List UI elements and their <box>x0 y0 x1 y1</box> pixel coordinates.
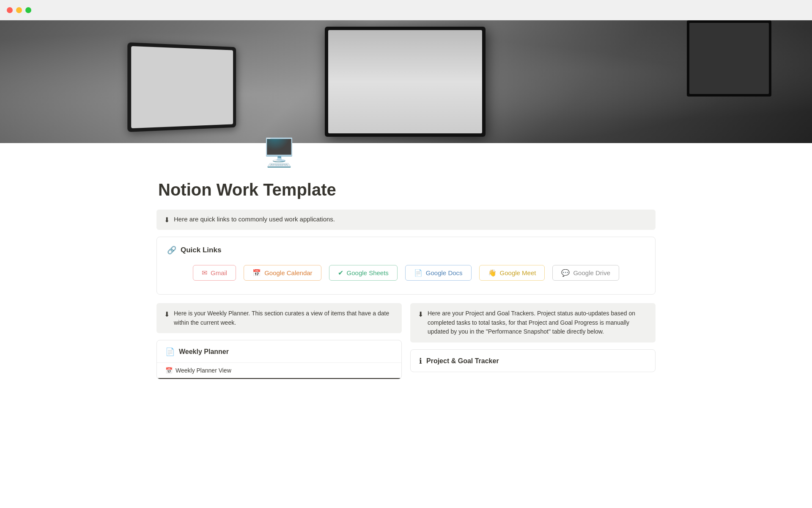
hero-image <box>0 20 812 143</box>
hero-monitor <box>687 20 771 97</box>
weekly-callout-icon: ⬇ <box>164 309 170 320</box>
quick-links-icon: 🔗 <box>167 246 176 255</box>
gmail-label: Gmail <box>211 269 227 276</box>
left-col: ⬇ Here is your Weekly Planner. This sect… <box>156 303 402 379</box>
minimize-button[interactable] <box>16 7 22 13</box>
gdocs-link[interactable]: 📄 Google Docs <box>405 265 472 281</box>
close-button[interactable] <box>7 7 13 13</box>
quick-links-title: Quick Links <box>181 246 221 254</box>
project-callout-icon: ⬇ <box>418 309 423 320</box>
gmail-link[interactable]: ✉ Gmail <box>193 265 236 281</box>
quick-links-header: 🔗 Quick Links <box>167 246 645 255</box>
project-card-header: ℹ Project & Goal Tracker <box>411 350 655 372</box>
gdocs-icon: 📄 <box>414 269 422 277</box>
hero-laptop-right <box>325 27 486 137</box>
planner-card-title: Weekly Planner <box>179 348 229 356</box>
maximize-button[interactable] <box>25 7 31 13</box>
gcal-label: Google Calendar <box>264 269 312 276</box>
weekly-planner-callout: ⬇ Here is your Weekly Planner. This sect… <box>156 303 402 333</box>
hero-laptop-left <box>128 42 236 132</box>
planner-tab-label: Weekly Planner View <box>176 367 231 374</box>
callout-arrow-icon: ⬇ <box>164 216 170 224</box>
gdrive-label: Google Drive <box>573 269 610 276</box>
gdrive-icon: 💬 <box>561 269 570 277</box>
gsheets-link[interactable]: ✔ Google Sheets <box>329 265 398 281</box>
gdrive-link[interactable]: 💬 Google Drive <box>552 265 619 281</box>
page-title: Notion Work Template <box>156 180 656 199</box>
gdocs-label: Google Docs <box>426 269 463 276</box>
gmeet-label: Google Meet <box>500 269 536 276</box>
gmail-icon: ✉ <box>202 269 207 277</box>
project-card-title: Project & Goal Tracker <box>426 357 499 365</box>
project-callout-text: Here are your Project and Goal Trackers.… <box>428 309 648 337</box>
quick-links-card: 🔗 Quick Links ✉ Gmail 📅 Google Calendar … <box>156 237 656 295</box>
quicklinks-callout: ⬇ Here are quick links to commonly used … <box>156 210 656 230</box>
two-col-section: ⬇ Here is your Weekly Planner. This sect… <box>156 303 656 379</box>
planner-header-icon: 📄 <box>165 347 175 356</box>
quicklinks-callout-text: Here are quick links to commonly used wo… <box>174 215 335 223</box>
planner-card-header: 📄 Weekly Planner <box>157 340 401 363</box>
quick-links-row: ✉ Gmail 📅 Google Calendar ✔ Google Sheet… <box>167 263 645 282</box>
page-icon: 🖥️ <box>262 139 296 173</box>
gcal-icon: 📅 <box>252 269 261 277</box>
weekly-planner-card: 📄 Weekly Planner 📅 Weekly Planner View <box>156 340 402 379</box>
gsheets-icon: ✔ <box>338 269 343 277</box>
project-tracker-card: ℹ Project & Goal Tracker <box>410 349 656 372</box>
title-bar <box>0 0 812 20</box>
gmeet-link[interactable]: 👋 Google Meet <box>479 265 545 281</box>
project-callout: ⬇ Here are your Project and Goal Tracker… <box>410 303 656 342</box>
project-header-icon: ℹ <box>419 356 422 366</box>
gcal-link[interactable]: 📅 Google Calendar <box>244 265 321 281</box>
planner-tab-icon: 📅 <box>165 367 173 374</box>
gsheets-label: Google Sheets <box>347 269 389 276</box>
gmeet-icon: 👋 <box>488 269 497 277</box>
planner-tab[interactable]: 📅 Weekly Planner View <box>157 363 401 379</box>
weekly-callout-text: Here is your Weekly Planner. This sectio… <box>174 309 394 327</box>
right-col: ⬇ Here are your Project and Goal Tracker… <box>410 303 656 379</box>
